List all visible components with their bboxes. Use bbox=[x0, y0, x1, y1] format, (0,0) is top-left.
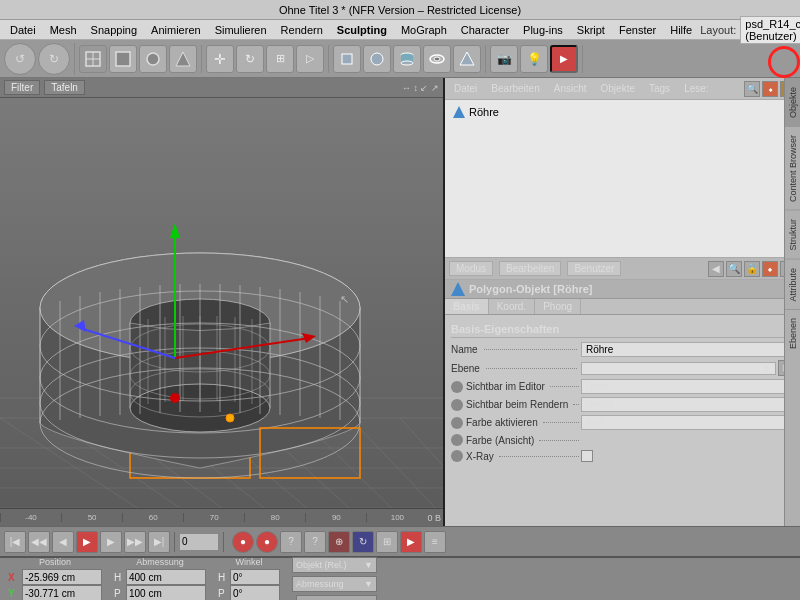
layout-value[interactable]: psd_R14_c4d (Benutzer) bbox=[740, 16, 800, 44]
viewport-filter-tab[interactable]: Filter bbox=[4, 80, 40, 95]
attr-mode-modus[interactable]: Modus bbox=[449, 261, 493, 276]
attr-tab-phong[interactable]: Phong bbox=[535, 299, 581, 314]
menu-snapping[interactable]: Snapping bbox=[85, 23, 144, 37]
viewport-btn-4[interactable] bbox=[169, 45, 197, 73]
menu-fenster[interactable]: Fenster bbox=[613, 23, 662, 37]
attr-value-name[interactable] bbox=[581, 342, 794, 357]
side-tab-objekte[interactable]: Objekte bbox=[785, 78, 800, 126]
anim-start-btn[interactable]: |◀ bbox=[4, 531, 26, 553]
anim-frame-input[interactable] bbox=[179, 533, 219, 551]
primitive-cube[interactable] bbox=[333, 45, 361, 73]
anim-icon-7[interactable]: ⊞ bbox=[376, 531, 398, 553]
primitive-torus[interactable] bbox=[423, 45, 451, 73]
redo-button[interactable]: ↻ bbox=[38, 43, 70, 75]
undo-button[interactable]: ↺ bbox=[4, 43, 36, 75]
menu-skript[interactable]: Skript bbox=[571, 23, 611, 37]
objects-datei-tab[interactable]: Datei bbox=[449, 82, 482, 95]
anim-back-btn[interactable]: ◀ bbox=[52, 531, 74, 553]
menu-character[interactable]: Character bbox=[455, 23, 515, 37]
side-tab-attribute[interactable]: Attribute bbox=[785, 259, 800, 310]
light-btn[interactable]: 💡 bbox=[520, 45, 548, 73]
attr-xray-checkbox[interactable] bbox=[581, 450, 593, 462]
viewport-tafeln-tab[interactable]: Tafeln bbox=[44, 80, 85, 95]
attr-ebene-dropdown[interactable]: ▼ bbox=[581, 362, 776, 375]
attr-back-btn[interactable]: ◀ bbox=[708, 261, 724, 277]
objects-ansicht-tab[interactable]: Ansicht bbox=[549, 82, 592, 95]
attr-row-sichtbar-editor: Sichtbar im Editor Undef. ▼ bbox=[451, 379, 794, 394]
transform-y-input[interactable] bbox=[22, 585, 102, 600]
attr-xray-dot[interactable] bbox=[451, 450, 463, 462]
menu-sculpting[interactable]: Sculpting bbox=[331, 23, 393, 37]
objects-tags-tab[interactable]: Tags bbox=[644, 82, 675, 95]
transform-wp-input[interactable] bbox=[230, 585, 280, 600]
transform-p-input[interactable] bbox=[126, 585, 206, 600]
attr-lock-icon[interactable]: 🔒 bbox=[744, 261, 760, 277]
anim-icon-6[interactable]: ↻ bbox=[352, 531, 374, 553]
transform-apply-button[interactable]: Anwenden bbox=[296, 595, 377, 600]
side-tab-struktur[interactable]: Struktur bbox=[785, 210, 800, 259]
objects-search-icon[interactable]: 🔍 bbox=[744, 81, 760, 97]
side-tab-ebenen[interactable]: Ebenen bbox=[785, 309, 800, 357]
viewport-3d[interactable]: Filter Tafeln ↔ ↕ ↙ ↗ bbox=[0, 78, 445, 526]
render-btn[interactable]: ▶ bbox=[550, 45, 578, 73]
menu-simulieren[interactable]: Simulieren bbox=[209, 23, 273, 37]
attr-sichtbar-render-dot[interactable] bbox=[451, 399, 463, 411]
attr-tab-basis[interactable]: Basis bbox=[445, 299, 489, 314]
anim-icon-5[interactable]: ⊕ bbox=[328, 531, 350, 553]
tool-scale[interactable]: ⊞ bbox=[266, 45, 294, 73]
attr-farbe-aktiv-dot[interactable] bbox=[451, 417, 463, 429]
side-tab-content-browser[interactable]: Content Browser bbox=[785, 126, 800, 210]
primitive-cone[interactable] bbox=[453, 45, 481, 73]
viewport-btn-3[interactable] bbox=[139, 45, 167, 73]
menu-mograph[interactable]: MoGraph bbox=[395, 23, 453, 37]
anim-icon-1[interactable]: ● bbox=[232, 531, 254, 553]
attr-farbe-aktiv-dropdown[interactable]: Aus ▼ bbox=[581, 415, 794, 430]
anim-icon-2[interactable]: ● bbox=[256, 531, 278, 553]
camera-btn[interactable]: 📷 bbox=[490, 45, 518, 73]
attr-search-icon[interactable]: 🔍 bbox=[726, 261, 742, 277]
anim-end-btn[interactable]: ▶| bbox=[148, 531, 170, 553]
tool-rotate[interactable]: ↻ bbox=[236, 45, 264, 73]
viewport-btn-1[interactable] bbox=[79, 45, 107, 73]
attr-sichtbar-editor-dot[interactable] bbox=[451, 381, 463, 393]
menu-rendern[interactable]: Rendern bbox=[275, 23, 329, 37]
attr-mode-bearbeiten[interactable]: Bearbeiten bbox=[499, 261, 561, 276]
attr-settings-icon[interactable]: ⬥ bbox=[762, 261, 778, 277]
objects-objekte-tab[interactable]: Objekte bbox=[596, 82, 640, 95]
primitive-sphere[interactable] bbox=[363, 45, 391, 73]
attr-tab-koord[interactable]: Koord. bbox=[489, 299, 535, 314]
transform-measure-dropdown[interactable]: Abmessung ▼ bbox=[292, 576, 377, 592]
menu-plugins[interactable]: Plug-ins bbox=[517, 23, 569, 37]
menu-animieren[interactable]: Animieren bbox=[145, 23, 207, 37]
tool-select[interactable]: ▷ bbox=[296, 45, 324, 73]
menu-datei[interactable]: Datei bbox=[4, 23, 42, 37]
attr-farbe-ansicht-dot[interactable] bbox=[451, 434, 463, 446]
svg-point-75 bbox=[170, 393, 180, 403]
transform-x-input[interactable] bbox=[22, 569, 102, 585]
objects-bearbeiten-tab[interactable]: Bearbeiten bbox=[486, 82, 544, 95]
menu-hilfe[interactable]: Hilfe bbox=[664, 23, 698, 37]
anim-icon-4[interactable]: ? bbox=[304, 531, 326, 553]
attr-sichtbar-render-dropdown[interactable]: Undef. ▼ bbox=[581, 397, 794, 412]
menu-mesh[interactable]: Mesh bbox=[44, 23, 83, 37]
transform-h-label: H bbox=[114, 572, 124, 583]
attr-mode-benutzer[interactable]: Benutzer bbox=[567, 261, 621, 276]
anim-forward-btn[interactable]: ▶ bbox=[100, 531, 122, 553]
canvas-area[interactable]: ↖ -40 50 60 70 80 90 100 0 B bbox=[0, 98, 445, 526]
anim-prev-btn[interactable]: ◀◀ bbox=[28, 531, 50, 553]
transform-coord-dropdown[interactable]: Objekt (Rel.) ▼ bbox=[292, 557, 377, 573]
primitive-cylinder[interactable] bbox=[393, 45, 421, 73]
anim-icon-9[interactable]: ≡ bbox=[424, 531, 446, 553]
object-item-rohre[interactable]: Röhre bbox=[449, 104, 796, 120]
objects-lese-tab[interactable]: Lese: bbox=[679, 82, 713, 95]
objects-settings-icon[interactable]: ⬥ bbox=[762, 81, 778, 97]
anim-play-btn[interactable]: ▶ bbox=[76, 531, 98, 553]
transform-wh-input[interactable] bbox=[230, 569, 280, 585]
anim-icon-3[interactable]: ? bbox=[280, 531, 302, 553]
viewport-btn-2[interactable] bbox=[109, 45, 137, 73]
tool-move[interactable]: ✛ bbox=[206, 45, 234, 73]
anim-next-btn[interactable]: ▶▶ bbox=[124, 531, 146, 553]
attr-sichtbar-editor-dropdown[interactable]: Undef. ▼ bbox=[581, 379, 794, 394]
anim-icon-8[interactable]: ▶ bbox=[400, 531, 422, 553]
transform-h-input[interactable] bbox=[126, 569, 206, 585]
